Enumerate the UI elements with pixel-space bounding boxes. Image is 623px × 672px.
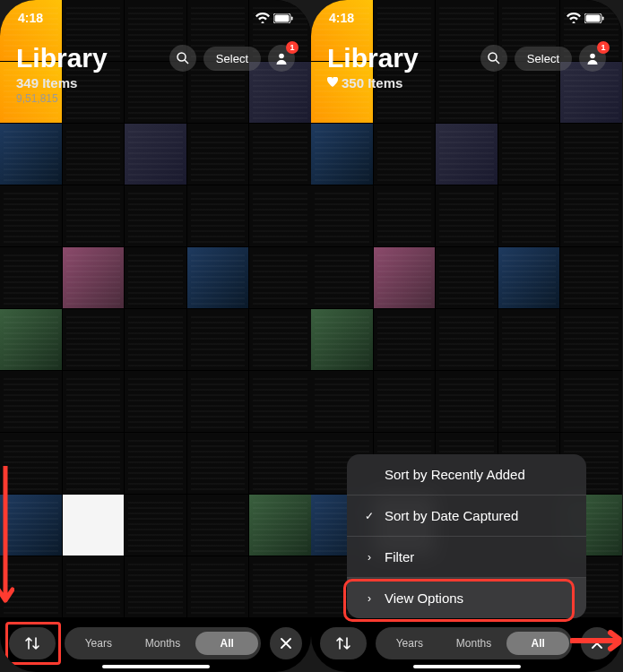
notification-badge: 1	[286, 41, 299, 54]
person-icon	[275, 52, 288, 65]
menu-sort-date[interactable]: ✓ Sort by Date Captured	[347, 495, 586, 537]
library-header: Library Select 1 349 Items 9,51,815	[0, 36, 311, 116]
svg-point-9	[489, 53, 497, 61]
menu-filter[interactable]: › Filter	[347, 537, 586, 578]
seg-all[interactable]: All	[506, 632, 569, 655]
chevron-right-icon: ›	[363, 592, 376, 605]
svg-rect-7	[586, 14, 601, 22]
profile-button[interactable]: 1	[579, 45, 606, 72]
page-title: Library	[16, 43, 108, 73]
time-segment-control: Years Months All	[65, 627, 261, 659]
status-bar: 4:18	[311, 0, 622, 36]
svg-rect-1	[275, 14, 290, 22]
sort-arrows-icon	[335, 636, 351, 650]
screen-left: 4:18 Library Select 1 349 Items 9,51,815	[0, 0, 311, 672]
close-icon	[281, 638, 291, 649]
status-icons	[255, 13, 293, 23]
heart-icon	[327, 77, 338, 87]
select-button[interactable]: Select	[203, 47, 261, 71]
battery-icon	[273, 13, 293, 23]
home-indicator[interactable]	[413, 665, 521, 668]
chevron-right-icon: ›	[363, 551, 376, 564]
wifi-icon	[255, 13, 270, 23]
items-count: 349 Items	[16, 75, 295, 90]
svg-rect-2	[291, 16, 293, 20]
menu-sort-recent[interactable]: Sort by Recently Added	[347, 454, 586, 495]
home-indicator[interactable]	[102, 665, 210, 668]
svg-point-3	[177, 53, 186, 61]
status-icons	[567, 13, 604, 23]
seg-years[interactable]: Years	[378, 632, 441, 655]
page-title: Library	[327, 43, 419, 73]
svg-rect-8	[602, 16, 604, 20]
annotation-arrow	[570, 627, 622, 654]
screen-right: 4:18 Library Select 1 350 Items	[311, 0, 622, 672]
seg-months[interactable]: Months	[132, 632, 195, 655]
svg-line-10	[496, 60, 499, 64]
select-button[interactable]: Select	[515, 47, 572, 71]
notification-badge: 1	[597, 41, 610, 54]
status-time: 4:18	[329, 11, 354, 25]
search-icon	[177, 52, 189, 65]
library-header: Library Select 1 350 Items	[311, 36, 622, 101]
profile-button[interactable]: 1	[268, 45, 295, 72]
close-button[interactable]	[270, 627, 302, 659]
menu-view-options[interactable]: › View Options	[347, 578, 586, 618]
status-bar: 4:18	[0, 0, 311, 36]
seg-months[interactable]: Months	[443, 632, 506, 655]
svg-point-11	[590, 54, 595, 59]
bottom-toolbar: Years Months All	[320, 627, 613, 659]
sort-button[interactable]	[9, 627, 56, 659]
seg-years[interactable]: Years	[67, 632, 130, 655]
sort-arrows-icon	[24, 636, 40, 650]
annotation-arrow	[0, 466, 14, 609]
battery-icon	[584, 13, 604, 23]
sort-popup-menu: Sort by Recently Added ✓ Sort by Date Ca…	[347, 454, 586, 618]
search-icon	[488, 52, 500, 65]
person-icon	[586, 52, 599, 65]
meta-text: 9,51,815	[16, 92, 295, 105]
sort-button[interactable]	[320, 627, 367, 659]
seg-all[interactable]: All	[195, 632, 258, 655]
svg-point-5	[279, 54, 284, 59]
status-time: 4:18	[18, 11, 43, 25]
svg-line-4	[185, 60, 188, 64]
bottom-toolbar: Years Months All	[9, 627, 302, 659]
wifi-icon	[567, 13, 581, 23]
time-segment-control: Years Months All	[376, 627, 572, 659]
search-button[interactable]	[480, 45, 507, 72]
search-button[interactable]	[169, 45, 196, 72]
checkmark-icon: ✓	[363, 510, 376, 522]
items-count: 350 Items	[342, 75, 402, 90]
